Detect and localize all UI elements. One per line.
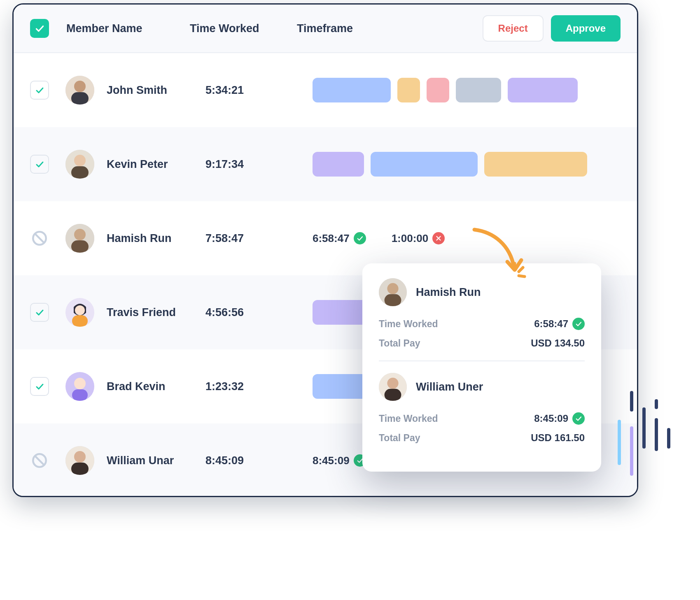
avatar [65, 224, 94, 253]
time-worked: 4:56:56 [205, 306, 313, 319]
select-all-checkbox[interactable] [30, 19, 49, 38]
time-worked-label: Time Worked [379, 319, 438, 330]
col-member-name: Member Name [66, 22, 142, 35]
x-icon [432, 232, 445, 244]
svg-point-4 [74, 155, 86, 166]
total-pay-label: Total Pay [379, 433, 420, 444]
check-icon [354, 232, 366, 244]
row-checkbox[interactable] [30, 81, 49, 100]
row-checkbox[interactable] [30, 377, 49, 396]
svg-line-24 [519, 276, 525, 277]
time-worked: 8:45:09 [205, 454, 313, 467]
avatar [379, 373, 407, 401]
deny-icon [30, 229, 49, 248]
svg-rect-30 [385, 389, 401, 401]
svg-point-26 [387, 283, 398, 294]
svg-rect-21 [71, 463, 89, 475]
check-icon [572, 412, 585, 425]
total-pay-value: USD 161.50 [531, 432, 585, 444]
svg-rect-2 [71, 92, 89, 105]
check-icon [572, 318, 585, 330]
row-checkbox[interactable] [30, 303, 49, 322]
pay-section: William Uner Time Worked 8:45:09 Total P… [379, 360, 585, 455]
pay-popover: Hamish Run Time Worked 6:58:47 Total Pay… [362, 263, 601, 472]
rejected-time: 1:00:00 [392, 232, 429, 245]
avatar [65, 150, 94, 179]
avatar [65, 372, 94, 401]
avatar [379, 278, 407, 306]
svg-line-18 [35, 456, 44, 465]
col-timeframe: Timeframe [297, 22, 353, 35]
table-row: Kevin Peter 9:17:34 [14, 127, 637, 201]
table-row: John Smith 5:34:21 [14, 53, 637, 127]
member-name: Brad Kevin [107, 380, 205, 393]
member-name: Kevin Peter [107, 158, 205, 171]
svg-point-1 [74, 81, 86, 92]
time-worked-value: 8:45:09 [534, 413, 568, 424]
pay-popover-wrap: Hamish Run Time Worked 6:58:47 Total Pay… [362, 263, 622, 472]
table-header: Member Name Time Worked Timeframe Reject… [14, 5, 637, 53]
total-pay-label: Total Pay [379, 338, 420, 349]
pay-name: William Uner [416, 381, 483, 393]
member-name: John Smith [107, 84, 205, 97]
time-worked-value: 6:58:47 [534, 318, 568, 330]
svg-point-13 [75, 305, 85, 315]
svg-line-23 [519, 267, 523, 272]
svg-point-20 [74, 451, 86, 463]
svg-rect-16 [72, 389, 88, 401]
svg-point-15 [74, 378, 86, 389]
avatar [65, 446, 94, 475]
svg-line-7 [35, 234, 44, 243]
time-worked: 9:17:34 [205, 158, 313, 171]
time-worked: 5:34:21 [205, 84, 313, 97]
spark-icon [502, 261, 527, 287]
member-name: Travis Friend [107, 306, 205, 319]
pay-name: Hamish Run [416, 286, 481, 299]
svg-rect-5 [71, 166, 89, 179]
row-checkbox[interactable] [30, 155, 49, 174]
avatar [65, 76, 94, 105]
decorative-bars [618, 391, 692, 473]
deny-icon [30, 451, 49, 470]
avatar [65, 298, 94, 327]
svg-rect-27 [385, 294, 401, 306]
member-name: William Unar [107, 454, 205, 467]
total-pay-value: USD 134.50 [531, 337, 585, 349]
approve-button[interactable]: Approve [551, 15, 621, 42]
timeframe-bars [313, 78, 621, 102]
col-time-worked: Time Worked [190, 22, 259, 35]
time-worked: 1:23:32 [205, 380, 313, 393]
timeframe-bars [313, 152, 621, 177]
reject-button[interactable]: Reject [483, 15, 544, 42]
svg-point-29 [387, 378, 398, 389]
timeframe-detail: 6:58:47 1:00:00 [313, 232, 621, 245]
time-worked: 7:58:47 [205, 232, 313, 245]
svg-rect-14 [72, 315, 88, 327]
approved-time: 8:45:09 [313, 454, 350, 467]
member-name: Hamish Run [107, 232, 205, 245]
svg-rect-10 [71, 240, 89, 253]
pay-section: Hamish Run Time Worked 6:58:47 Total Pay… [379, 276, 585, 360]
approved-time: 6:58:47 [313, 232, 350, 245]
svg-point-9 [74, 229, 86, 240]
time-worked-label: Time Worked [379, 413, 438, 424]
